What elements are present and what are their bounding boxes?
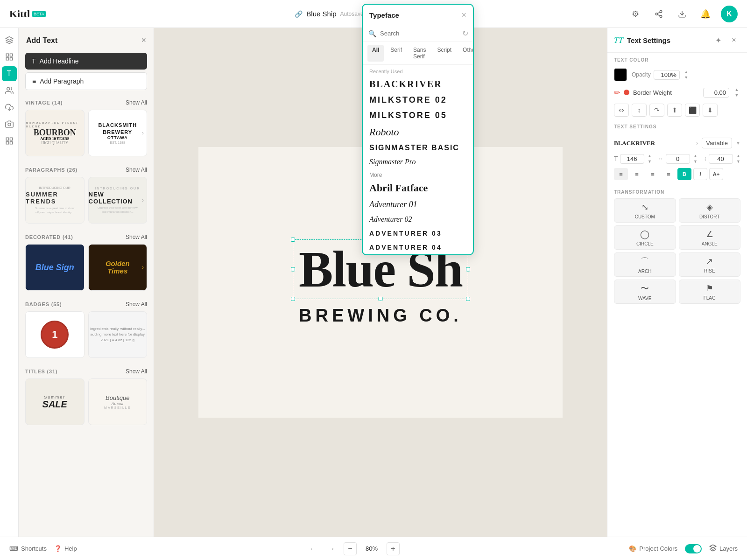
border-down[interactable]: ▼ [733,92,740,98]
shortcuts-button[interactable]: ⌨ Shortcuts [9,545,47,552]
template-summer-trends[interactable]: INTRODUCING OUR SUMMER TRENDS Summer is … [25,177,85,224]
leading-up[interactable]: ▲ [735,153,742,159]
transform-flag-button[interactable]: ⚑ FLAG [679,280,741,304]
template-bourbon[interactable]: HANDCRAFTED FINEST BLEND BOURBON AGED 10… [25,110,85,156]
share-button[interactable] [651,6,667,22]
font-size-stepper[interactable]: ▲ ▼ [646,153,654,164]
border-weight-value[interactable]: 0.00 [703,88,729,98]
leading-value[interactable]: 40 [709,154,733,164]
titles-show-all[interactable]: Show All [126,368,147,375]
size-up[interactable]: ▲ [646,153,654,159]
tab-script[interactable]: Script [432,45,456,62]
template-blacksmith[interactable]: BLACKSMITH BREWERY OTTAWA EST. 1988 › [88,110,148,156]
sidebar-icon-grid[interactable] [2,133,17,148]
border-color-dot[interactable] [624,90,629,95]
align-justify-button[interactable]: ≡ [662,168,676,180]
align-flip-v-button[interactable]: ↕ [632,104,647,117]
tab-sans-serif[interactable]: Sans Serif [409,45,430,62]
close-panel-button[interactable]: × [727,34,740,47]
notifications-button[interactable]: 🔔 [698,6,713,22]
handle-mid-right[interactable] [466,267,470,271]
tracking-down[interactable]: ▼ [692,159,699,164]
font-item-adv03[interactable]: ADVENTURER 03 [365,226,471,240]
align-top-button[interactable]: ⬆ [667,104,682,117]
tracking-up[interactable]: ▲ [692,153,699,159]
add-headline-button[interactable]: T Add Headline [25,53,147,70]
font-item-roboto[interactable]: Roboto [365,123,471,141]
template-summer-sale[interactable]: Summer SALE [25,378,85,425]
opacity-down[interactable]: ▼ [683,75,690,80]
transform-custom-button[interactable]: ⤡ CUSTOM [614,198,676,223]
align-flip-h-button[interactable]: ⇔ [614,104,629,117]
font-item-adv02[interactable]: Adventurer 02 [365,212,471,226]
font-item-adv04[interactable]: ADVENTURER 04 [365,240,471,254]
transform-arch-button[interactable]: ⌒ ARCH [614,252,676,277]
opacity-stepper[interactable]: ▲ ▼ [683,69,690,80]
transform-wave-button[interactable]: 〜 WAVE [614,280,676,304]
leading-down[interactable]: ▼ [735,159,742,164]
download-button[interactable] [674,6,690,22]
font-item-signmaster[interactable]: SIGNMASTER BASIC [365,141,471,155]
avatar[interactable]: K [721,6,738,22]
refresh-icon[interactable]: ↻ [462,29,468,38]
font-expand-icon[interactable]: › [696,140,698,147]
file-name[interactable]: Blue Ship [306,10,336,18]
tracking-value[interactable]: 0 [666,154,690,164]
font-item-milkstore02[interactable]: MILKSTORE 02 [365,92,471,108]
settings-button[interactable]: ⚙ [627,6,643,22]
tab-serif[interactable]: Serif [386,45,407,62]
sidebar-icon-text[interactable]: T [2,66,17,81]
color-swatch[interactable] [614,68,627,81]
help-button[interactable]: ❓ Help [54,545,77,552]
more-text-button[interactable]: A+ [709,168,723,180]
transform-rise-button[interactable]: ↗ RISE [679,252,741,277]
sidebar-icon-download[interactable] [2,100,17,115]
sidebar-icon-camera[interactable] [2,117,17,132]
template-badge-number[interactable]: 1 [25,311,85,358]
align-center-text-button[interactable]: ≡ [630,168,644,180]
panel-close-button[interactable]: × [141,35,146,45]
leading-stepper[interactable]: ▲ ▼ [735,153,742,164]
template-new-collection[interactable]: INTRODUCING OUR NEW COLLECTION Upgrade y… [88,177,148,224]
border-stepper[interactable]: ▲ ▼ [733,87,740,98]
bold-button[interactable]: B [677,168,691,180]
template-badge-info[interactable]: Ingredients really, without really...add… [88,311,148,358]
modal-close-button[interactable]: × [461,10,466,20]
transform-distort-button[interactable]: ◈ DISTORT [679,198,741,223]
font-size-value[interactable]: 146 [620,154,644,164]
sidebar-icon-people[interactable] [2,83,17,98]
opacity-up[interactable]: ▲ [683,69,690,75]
font-item-milkstore05[interactable]: MILKSTORE 05 [365,108,471,123]
sidebar-icon-templates[interactable] [2,49,17,64]
template-boutique[interactable]: Boutique Amour MARSEILLE [88,378,148,425]
badges-show-all[interactable]: Show All [126,301,147,308]
zoom-in-button[interactable]: + [387,542,400,555]
tab-other[interactable]: Other [458,45,474,62]
vintage-show-all[interactable]: Show All [126,99,147,106]
nav-left-button[interactable]: ← [306,542,319,555]
italic-button[interactable]: I [693,168,707,180]
tracking-stepper[interactable]: ▲ ▼ [692,153,699,164]
template-golden-times[interactable]: GoldenTimes › [88,244,148,291]
handle-mid-left[interactable] [291,267,295,271]
align-bottom-button[interactable]: ⬇ [703,104,718,117]
font-item-signmasterpro[interactable]: Signmaster Pro [365,155,471,169]
align-right-text-button[interactable]: ≡ [646,168,660,180]
border-up[interactable]: ▲ [733,87,740,92]
handle-bot-mid[interactable] [378,297,382,301]
size-down[interactable]: ▼ [646,159,654,164]
align-left-button[interactable]: ≡ [614,168,628,180]
opacity-value[interactable]: 100% [654,70,680,80]
handle-bot-right[interactable] [466,297,470,301]
tab-all[interactable]: All [367,45,384,62]
sidebar-icon-layers[interactable] [2,33,17,48]
handle-top-left[interactable] [291,238,295,242]
nav-right-button[interactable]: → [325,542,338,555]
transform-angle-button[interactable]: ∠ ANGLE [679,225,741,250]
align-center-button[interactable]: ⬛ [685,104,700,117]
magic-wand-button[interactable]: ✦ [712,34,725,47]
add-paragraph-button[interactable]: ≡ Add Paragraph [25,72,147,90]
font-style-selector[interactable]: Variable [702,138,732,148]
template-blue-sign[interactable]: Blue Sign [25,244,85,291]
project-colors-button[interactable]: 🎨 Project Colors [629,545,677,552]
